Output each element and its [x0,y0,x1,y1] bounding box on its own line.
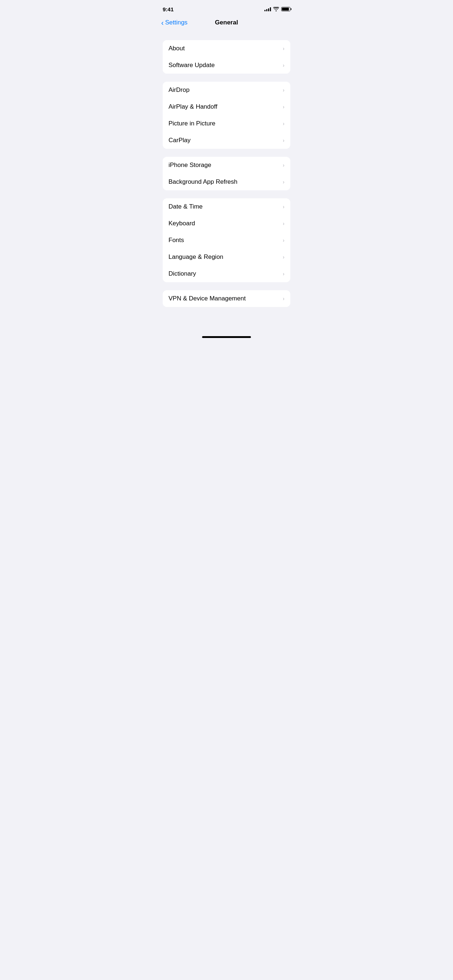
software-update-chevron-icon: › [283,62,284,68]
settings-row-dictionary[interactable]: Dictionary › [163,266,290,282]
airplay-handoff-label: AirPlay & Handoff [169,103,217,110]
settings-row-software-update[interactable]: Software Update › [163,57,290,74]
background-app-refresh-label: Background App Refresh [169,178,238,186]
settings-row-picture-in-picture[interactable]: Picture in Picture › [163,115,290,132]
dictionary-label: Dictionary [169,270,196,277]
dictionary-chevron-icon: › [283,271,284,277]
about-label: About [169,45,185,52]
picture-in-picture-chevron-icon: › [283,121,284,127]
settings-group-5: VPN & Device Management › [163,290,290,307]
carplay-label: CarPlay [169,137,190,144]
settings-row-iphone-storage[interactable]: iPhone Storage › [163,157,290,173]
background-app-refresh-chevron-icon: › [283,179,284,185]
settings-group-3: iPhone Storage › Background App Refresh … [163,157,290,190]
settings-row-language-region[interactable]: Language & Region › [163,249,290,266]
fonts-chevron-icon: › [283,237,284,243]
settings-group-2: AirDrop › AirPlay & Handoff › Picture in… [163,82,290,149]
settings-content: About › Software Update › AirDrop › AirP… [155,40,298,329]
settings-row-carplay[interactable]: CarPlay › [163,132,290,149]
date-time-chevron-icon: › [283,204,284,210]
settings-row-date-time[interactable]: Date & Time › [163,198,290,215]
page-title: General [215,19,238,26]
settings-group-1: About › Software Update › [163,40,290,74]
settings-row-background-app-refresh[interactable]: Background App Refresh › [163,173,290,190]
settings-row-airplay-handoff[interactable]: AirPlay & Handoff › [163,99,290,115]
settings-group-4: Date & Time › Keyboard › Fonts › Languag… [163,198,290,282]
iphone-storage-chevron-icon: › [283,162,284,168]
airdrop-chevron-icon: › [283,87,284,93]
settings-row-fonts[interactable]: Fonts › [163,232,290,249]
carplay-chevron-icon: › [283,137,284,143]
settings-row-vpn-device-management[interactable]: VPN & Device Management › [163,290,290,307]
home-indicator [155,333,298,341]
back-label: Settings [165,19,187,26]
nav-header: ‹ Settings General [155,16,298,32]
back-chevron-icon: ‹ [161,19,164,26]
battery-icon [281,7,290,11]
settings-row-airdrop[interactable]: AirDrop › [163,82,290,99]
settings-row-about[interactable]: About › [163,40,290,57]
airplay-handoff-chevron-icon: › [283,104,284,110]
date-time-label: Date & Time [169,203,203,210]
signal-icon [265,7,271,11]
home-bar [202,336,251,338]
status-time: 9:41 [163,6,174,13]
software-update-label: Software Update [169,62,215,69]
status-bar: 9:41 [155,0,298,16]
about-chevron-icon: › [283,46,284,51]
picture-in-picture-label: Picture in Picture [169,120,215,127]
keyboard-chevron-icon: › [283,221,284,226]
vpn-device-management-chevron-icon: › [283,296,284,302]
status-icons [265,7,290,11]
language-region-chevron-icon: › [283,254,284,260]
back-button[interactable]: ‹ Settings [161,19,187,26]
language-region-label: Language & Region [169,253,223,261]
keyboard-label: Keyboard [169,220,195,227]
top-spacer [155,32,298,40]
settings-row-keyboard[interactable]: Keyboard › [163,215,290,232]
wifi-icon [273,7,279,11]
iphone-storage-label: iPhone Storage [169,162,211,169]
vpn-device-management-label: VPN & Device Management [169,295,246,302]
fonts-label: Fonts [169,237,184,244]
airdrop-label: AirDrop [169,86,190,94]
